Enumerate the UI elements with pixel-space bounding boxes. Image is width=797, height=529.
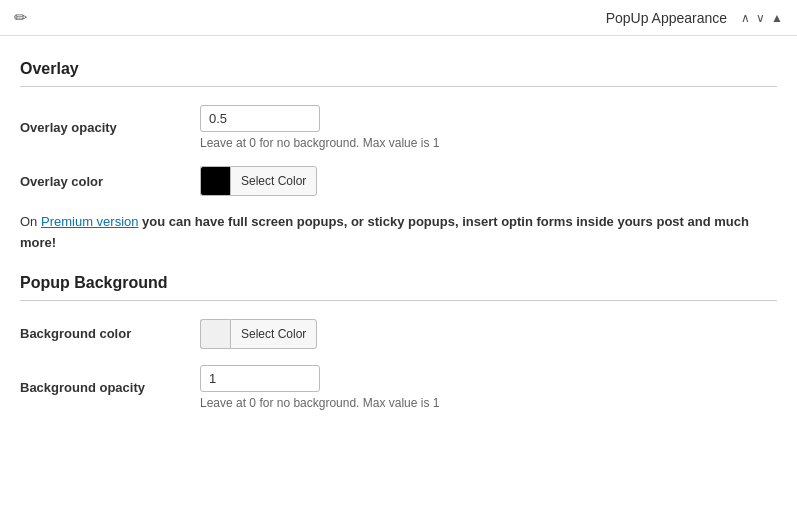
background-opacity-content: Leave at 0 for no background. Max value … [200,365,439,410]
background-divider [20,300,777,301]
background-section-title: Popup Background [20,274,777,292]
background-color-label: Background color [20,326,200,341]
background-opacity-row: Background opacity Leave at 0 for no bac… [20,365,777,410]
main-content: Overlay Overlay opacity Leave at 0 for n… [0,36,797,442]
premium-notice-prefix: On [20,214,41,229]
background-section: Popup Background Background color Select… [20,274,777,410]
background-color-picker: Select Color [200,319,317,349]
popup-appearance-title: PopUp Appearance [606,10,727,26]
overlay-opacity-input[interactable] [200,105,320,132]
chevron-up-icon[interactable]: ∧ [741,12,750,24]
background-select-color-button[interactable]: Select Color [230,319,317,349]
background-opacity-input[interactable] [200,365,320,392]
background-color-swatch[interactable] [200,319,230,349]
overlay-opacity-content: Leave at 0 for no background. Max value … [200,105,439,150]
top-bar: ✏ PopUp Appearance ∧ ∨ ▲ [0,0,797,36]
arrow-up-icon[interactable]: ▲ [771,12,783,24]
top-bar-right: PopUp Appearance ∧ ∨ ▲ [606,10,783,26]
top-bar-left: ✏ [14,8,27,27]
background-color-row: Background color Select Color [20,319,777,349]
chevron-down-icon[interactable]: ∨ [756,12,765,24]
overlay-select-color-button[interactable]: Select Color [230,166,317,196]
premium-version-link[interactable]: Premium version [41,214,139,229]
overlay-opacity-row: Overlay opacity Leave at 0 for no backgr… [20,105,777,150]
overlay-color-picker: Select Color [200,166,317,196]
overlay-opacity-label: Overlay opacity [20,120,200,135]
overlay-section-title: Overlay [20,60,777,78]
overlay-color-label: Overlay color [20,174,200,189]
overlay-opacity-hint: Leave at 0 for no background. Max value … [200,136,439,150]
overlay-color-swatch[interactable] [200,166,230,196]
pencil-icon[interactable]: ✏ [14,8,27,27]
background-opacity-label: Background opacity [20,380,200,395]
background-opacity-hint: Leave at 0 for no background. Max value … [200,396,439,410]
overlay-section: Overlay Overlay opacity Leave at 0 for n… [20,60,777,254]
overlay-color-row: Overlay color Select Color [20,166,777,196]
premium-notice: On Premium version you can have full scr… [20,212,777,254]
overlay-divider [20,86,777,87]
